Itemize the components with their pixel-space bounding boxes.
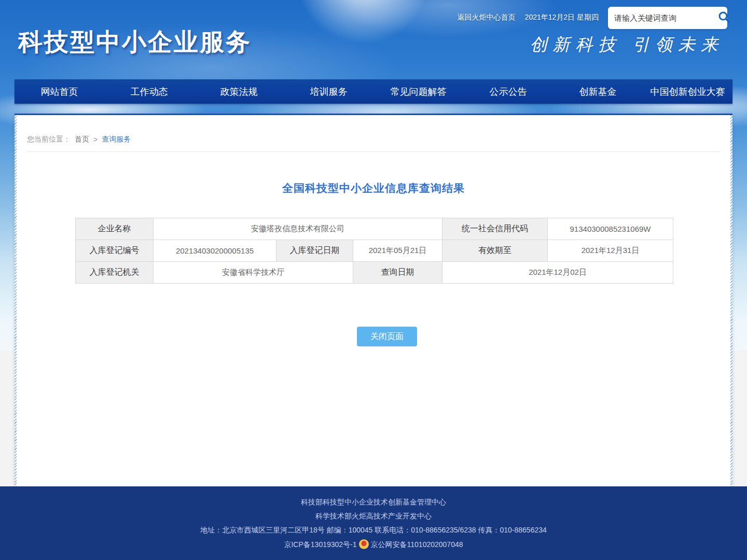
reg-authority-label: 入库登记机关 — [76, 262, 154, 284]
current-date-text: 2021年12月2日 星期四 — [525, 13, 599, 22]
police-badge-icon — [359, 539, 369, 549]
query-date-label: 查询日期 — [353, 262, 442, 284]
main-navigation: 网站首页 工作动态 政策法规 培训服务 常见问题解答 公示公告 创新基金 中国创… — [15, 79, 732, 104]
page-title: 全国科技型中小企业信息库查询结果 — [15, 181, 732, 195]
nav-item-innovation-fund[interactable]: 创新基金 — [553, 79, 643, 104]
table-row: 入库登记编号 202134030200005135 入库登记日期 2021年05… — [76, 240, 673, 262]
footer-line-icp: 京ICP备13019302号-1 京公网安备11010202007048 — [284, 539, 463, 549]
nav-item-work-news[interactable]: 工作动态 — [104, 79, 194, 104]
footer-line-contact: 地址：北京市西城区三里河二区甲18号 邮编：100045 联系电话：010-88… — [200, 525, 547, 535]
query-date-value: 2021年12月02日 — [442, 262, 673, 284]
content-edge-right — [730, 115, 732, 486]
police-record-link[interactable]: 京公网安备11010202007048 — [371, 540, 463, 549]
icp-number-link[interactable]: 京ICP备13019302号-1 — [284, 540, 356, 549]
back-to-torch-center-link[interactable]: 返回火炬中心首页 — [458, 13, 516, 22]
credit-code-value: 91340300085231069W — [548, 218, 673, 240]
credit-code-label: 统一社会信用代码 — [442, 218, 548, 240]
content-edge-left — [15, 115, 17, 486]
breadcrumb-current-link[interactable]: 查询服务 — [102, 135, 131, 144]
breadcrumb: 您当前位置： 首页 > 查询服务 — [27, 135, 131, 144]
nav-item-home[interactable]: 网站首页 — [15, 79, 104, 104]
reg-authority-value: 安徽省科学技术厅 — [154, 262, 353, 284]
breadcrumb-separator: > — [93, 135, 98, 144]
breadcrumb-divider — [27, 151, 720, 152]
reg-number-value: 202134030200005135 — [154, 240, 276, 262]
reg-date-value: 2021年05月21日 — [353, 240, 442, 262]
content-panel: 您当前位置： 首页 > 查询服务 全国科技型中小企业信息库查询结果 企业名称 安… — [15, 114, 732, 486]
nav-item-announcements[interactable]: 公示公告 — [463, 79, 553, 104]
breadcrumb-prefix: 您当前位置： — [27, 135, 71, 144]
table-row: 企业名称 安徽塔孜信息技术有限公司 统一社会信用代码 9134030008523… — [76, 218, 673, 240]
company-name-value: 安徽塔孜信息技术有限公司 — [154, 218, 442, 240]
footer-line-fund-center: 科技部科技型中小企业技术创新基金管理中心 — [301, 497, 446, 507]
valid-until-label: 有效期至 — [442, 240, 548, 262]
search-icon — [717, 10, 731, 25]
nav-item-policies[interactable]: 政策法规 — [194, 79, 284, 104]
valid-until-value: 2021年12月31日 — [548, 240, 673, 262]
page-footer: 科技部科技型中小企业技术创新基金管理中心 科学技术部火炬高技术产业开发中心 地址… — [0, 486, 747, 560]
table-row: 入库登记机关 安徽省科学技术厅 查询日期 2021年12月02日 — [76, 262, 673, 284]
search-box — [608, 7, 727, 29]
site-logo-title: 科技型中小企业服务 — [18, 26, 252, 59]
footer-line-torch-center: 科学技术部火炬高技术产业开发中心 — [315, 511, 432, 521]
nav-item-training[interactable]: 培训服务 — [284, 79, 374, 104]
query-result-table: 企业名称 安徽塔孜信息技术有限公司 统一社会信用代码 9134030008523… — [75, 218, 673, 284]
top-utility-bar: 返回火炬中心首页 2021年12月2日 星期四 — [458, 6, 727, 29]
reg-date-label: 入库登记日期 — [276, 240, 353, 262]
page: 科技型中小企业服务 返回火炬中心首页 2021年12月2日 星期四 创新科技 引… — [0, 0, 747, 560]
breadcrumb-home-link[interactable]: 首页 — [75, 135, 89, 144]
close-page-button[interactable]: 关闭页面 — [357, 327, 417, 346]
search-input[interactable] — [614, 13, 717, 22]
header-slogan: 创新科技 引领未来 — [530, 33, 724, 57]
reg-number-label: 入库登记编号 — [76, 240, 154, 262]
nav-item-faq[interactable]: 常见问题解答 — [374, 79, 463, 104]
nav-item-innovation-competition[interactable]: 中国创新创业大赛 — [643, 79, 732, 104]
search-button[interactable] — [717, 10, 731, 25]
company-name-label: 企业名称 — [76, 218, 154, 240]
